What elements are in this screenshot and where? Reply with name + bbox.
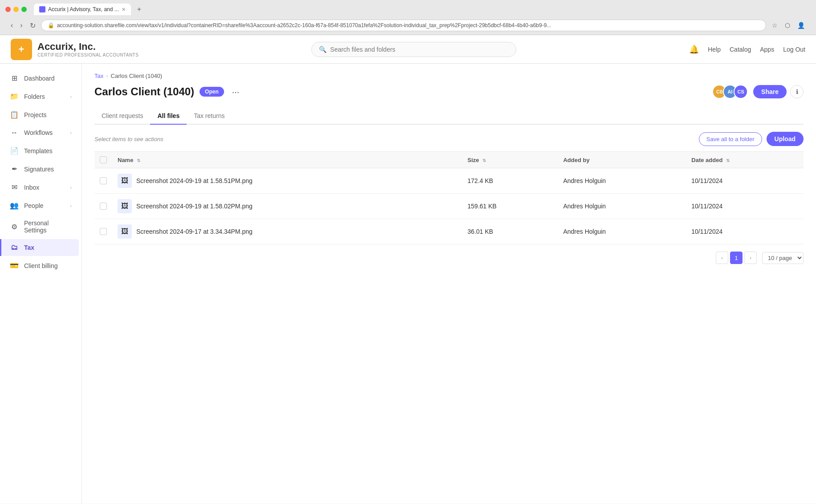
image-file-icon: 🖼: [121, 177, 128, 185]
bookmark-btn[interactable]: ☆: [770, 20, 780, 30]
row-name-cell: 🖼 Screenshot 2024-09-19 at 1.58.02PM.png: [112, 194, 462, 219]
image-file-icon: 🖼: [121, 228, 128, 236]
sidebar-item-inbox[interactable]: ✉ Inbox ›: [3, 179, 79, 196]
sidebar-item-label: People: [24, 202, 65, 209]
back-button[interactable]: ‹: [9, 20, 15, 30]
extensions-btn[interactable]: ⬡: [783, 20, 792, 30]
tab-favicon: [39, 6, 45, 12]
date-added-column-header[interactable]: Date added ⇅: [686, 152, 804, 168]
sidebar: ⊞ Dashboard 📁 Folders › 📋 Projects ↔ Wor…: [0, 64, 82, 504]
sort-icon: ⇅: [482, 158, 486, 163]
table-row: 🖼 Screenshot 2024-09-19 at 1.58.02PM.png…: [94, 194, 804, 219]
table-row: 🖼 Screenshot 2024-09-17 at 3.34.34PM.png…: [94, 219, 804, 244]
nav-actions: 🔔 Help Catalog Apps Log Out: [689, 45, 805, 54]
sidebar-item-workflows[interactable]: ↔ Workflows ›: [3, 124, 79, 141]
notification-bell-icon[interactable]: 🔔: [689, 45, 699, 54]
info-icon: ℹ: [796, 88, 798, 95]
file-thumbnail: 🖼: [118, 199, 132, 213]
forward-button[interactable]: ›: [18, 20, 24, 30]
select-all-column: [94, 152, 112, 168]
row-size-cell: 159.61 KB: [462, 194, 558, 219]
client-billing-icon: 💳: [10, 261, 19, 270]
per-page-select[interactable]: 10 / page 25 / page 50 / page: [762, 252, 804, 264]
row-checkbox[interactable]: [100, 228, 107, 235]
row-checkbox[interactable]: [100, 177, 107, 184]
sidebar-item-signatures[interactable]: ✒ Signatures: [3, 160, 79, 178]
chevron-right-icon: ›: [70, 203, 72, 208]
next-page-button[interactable]: ›: [744, 252, 757, 264]
logo-area: + Accurix, Inc. CERTIFIED PROFESSIONAL A…: [11, 39, 139, 60]
sidebar-item-label: Personal Settings: [24, 219, 72, 234]
breadcrumb-parent-link[interactable]: Tax: [94, 73, 103, 79]
sidebar-item-people[interactable]: 👥 People ›: [3, 197, 79, 214]
row-size-cell: 172.4 KB: [462, 168, 558, 194]
upload-button[interactable]: Upload: [767, 132, 804, 146]
file-thumbnail: 🖼: [118, 174, 132, 188]
projects-icon: 📋: [10, 110, 19, 119]
row-name-cell: 🖼 Screenshot 2024-09-19 at 1.58.51PM.png: [112, 168, 462, 194]
page-title: Carlos Client (1040): [94, 85, 194, 98]
traffic-lights: [5, 7, 27, 12]
avatar-cs[interactable]: CS: [734, 85, 748, 99]
prev-page-button[interactable]: ‹: [716, 252, 728, 264]
workflows-icon: ↔: [10, 129, 19, 137]
row-checkbox-cell: [94, 219, 112, 244]
sidebar-item-client-billing[interactable]: 💳 Client billing: [3, 257, 79, 274]
catalog-button[interactable]: Catalog: [730, 46, 751, 53]
size-column-header[interactable]: Size ⇅: [462, 152, 558, 168]
table-header: Name ⇅ Size ⇅ Added by Date added ⇅: [94, 152, 804, 168]
browser-chrome: Accurix | Advisory, Tax, and ... ✕ + ‹ ›…: [0, 0, 816, 35]
minimize-window-btn[interactable]: [13, 7, 19, 12]
select-all-checkbox[interactable]: [100, 156, 107, 163]
page-title-area: Carlos Client (1040) Open ···: [94, 85, 242, 98]
chevron-right-icon: ›: [70, 94, 72, 99]
sidebar-item-label: Client billing: [24, 262, 72, 269]
company-subtitle: CERTIFIED PROFESSIONAL ACCOUNTANTS: [37, 53, 139, 57]
new-tab-button[interactable]: +: [135, 4, 144, 14]
info-button[interactable]: ℹ: [790, 85, 804, 98]
file-table: Name ⇅ Size ⇅ Added by Date added ⇅: [94, 151, 804, 244]
file-name: Screenshot 2024-09-19 at 1.58.51PM.png: [136, 177, 253, 184]
file-name: Screenshot 2024-09-19 at 1.58.02PM.png: [136, 203, 253, 210]
help-button[interactable]: Help: [708, 46, 721, 53]
apps-button[interactable]: Apps: [760, 46, 774, 53]
toolbar: Select items to see actions Save all to …: [94, 125, 804, 151]
people-icon: 👥: [10, 201, 19, 210]
sidebar-item-templates[interactable]: 📄 Templates: [3, 142, 79, 159]
close-window-btn[interactable]: [5, 7, 11, 12]
logout-button[interactable]: Log Out: [783, 46, 805, 53]
image-file-icon: 🖼: [121, 202, 128, 210]
page-1-button[interactable]: 1: [730, 252, 743, 264]
tab-client-requests[interactable]: Client requests: [94, 108, 150, 125]
tab-close-btn[interactable]: ✕: [122, 7, 126, 12]
save-all-to-folder-button[interactable]: Save all to a folder: [699, 132, 762, 146]
sidebar-item-dashboard[interactable]: ⊞ Dashboard: [3, 69, 79, 87]
row-checkbox[interactable]: [100, 203, 107, 210]
share-button[interactable]: Share: [753, 85, 787, 98]
maximize-window-btn[interactable]: [21, 7, 27, 12]
toolbar-actions: Save all to a folder Upload: [699, 132, 804, 146]
browser-tab-active[interactable]: Accurix | Advisory, Tax, and ... ✕: [34, 4, 131, 15]
search-bar: 🔍: [311, 42, 516, 57]
sidebar-item-label: Signatures: [24, 166, 72, 173]
sidebar-item-personal-settings[interactable]: ⚙ Personal Settings: [3, 215, 79, 238]
content-area: Tax › Carlos Client (1040) Carlos Client…: [82, 64, 816, 504]
sidebar-item-label: Tax: [24, 244, 72, 251]
name-column-header[interactable]: Name ⇅: [112, 152, 462, 168]
tab-tax-returns[interactable]: Tax returns: [187, 108, 232, 125]
sidebar-item-folders[interactable]: 📁 Folders ›: [3, 88, 79, 105]
tab-all-files[interactable]: All files: [150, 108, 187, 125]
per-page-selector[interactable]: 10 / page 25 / page 50 / page: [762, 252, 804, 264]
reload-button[interactable]: ↻: [28, 20, 37, 31]
sidebar-item-tax[interactable]: 🗂 Tax: [0, 239, 79, 256]
address-bar[interactable]: 🔒 accounting-solution.sharefile.com/view…: [41, 20, 766, 31]
sidebar-item-label: Folders: [24, 93, 65, 100]
search-input-wrap[interactable]: 🔍: [311, 42, 516, 57]
search-input[interactable]: [330, 46, 509, 53]
sidebar-item-projects[interactable]: 📋 Projects: [3, 106, 79, 123]
more-options-button[interactable]: ···: [229, 86, 242, 98]
open-status-badge[interactable]: Open: [200, 87, 224, 97]
profile-btn[interactable]: 👤: [795, 20, 807, 30]
url-display: accounting-solution.sharefile.com/view/t…: [57, 22, 551, 28]
content-inner: Tax › Carlos Client (1040) Carlos Client…: [82, 64, 816, 276]
